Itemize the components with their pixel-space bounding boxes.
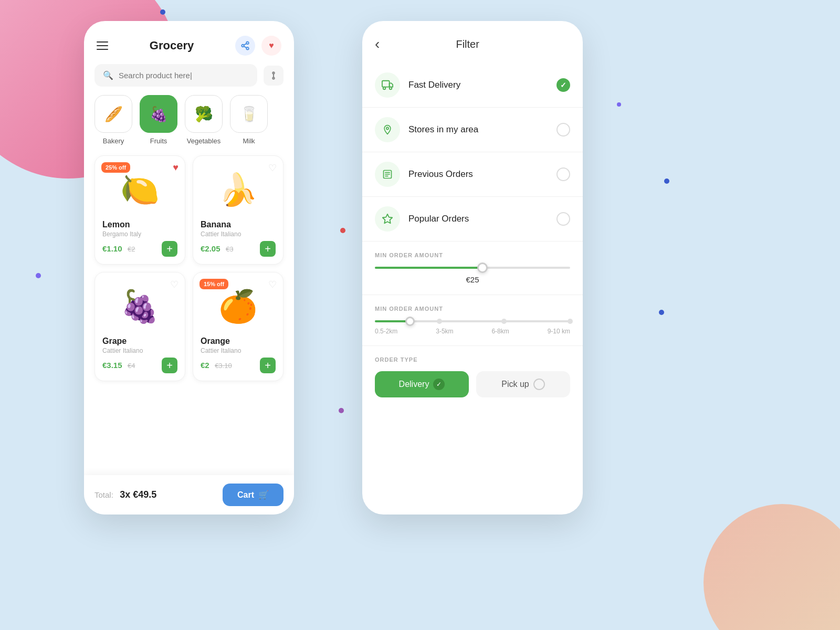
favorites-button[interactable]: ♥ [261, 36, 281, 56]
product-orange[interactable]: 15% off ♡ 🍊 Orange Cattier Italiano €2 €… [193, 272, 284, 381]
fast-delivery-icon [375, 72, 400, 98]
favorite-banana[interactable]: ♡ [268, 162, 277, 174]
orange-origin: Cattier Italiano [201, 347, 276, 354]
cart-button[interactable]: Cart 🛒 [223, 484, 284, 506]
pickup-label: Pick up [501, 380, 529, 389]
svg-point-12 [386, 127, 388, 129]
filter-screen: ‹ Filter Fast Delivery Stores in my area [362, 21, 583, 514]
pickup-button[interactable]: Pick up [476, 371, 570, 397]
distance-label-1: 0.5-2km [375, 328, 397, 335]
lemon-old-price: €2 [128, 245, 135, 253]
back-button[interactable]: ‹ [375, 36, 380, 52]
svg-point-10 [383, 87, 386, 90]
min-order-amount-section: MIN ORDER AMOUNT €25 [362, 242, 583, 295]
grape-price: €3.15 [102, 361, 122, 370]
svg-point-11 [390, 87, 392, 90]
category-fruits[interactable]: 🍇 Fruits [140, 95, 177, 145]
popular-orders-radio[interactable] [556, 212, 570, 226]
add-orange-button[interactable]: + [260, 358, 276, 373]
vegetables-icon: 🥦 [185, 95, 223, 133]
distance-dot-3 [501, 319, 507, 324]
pickup-radio-icon [533, 379, 545, 390]
search-row: 🔍 [84, 64, 294, 95]
search-icon: 🔍 [103, 70, 113, 80]
delivery-button[interactable]: Delivery ✓ [375, 371, 469, 397]
category-milk[interactable]: 🥛 Milk [230, 95, 268, 145]
add-banana-button[interactable]: + [260, 241, 276, 257]
svg-marker-9 [390, 83, 393, 87]
app-title: Grocery [108, 39, 235, 52]
favorite-orange[interactable]: ♡ [268, 279, 277, 290]
filter-fast-delivery[interactable]: Fast Delivery [362, 63, 583, 108]
order-amount-thumb[interactable] [477, 262, 488, 273]
order-type-row: Delivery ✓ Pick up [375, 371, 570, 397]
category-vegetables[interactable]: 🥦 Vegetables [185, 95, 223, 145]
fruits-label: Fruits [150, 137, 167, 145]
add-lemon-button[interactable]: + [162, 241, 177, 257]
distance-labels: 0.5-2km 3-5km 6-8km 9-10 km [375, 328, 570, 335]
dot-1 [160, 9, 165, 15]
discount-badge-orange: 15% off [200, 279, 228, 289]
discount-badge-lemon: 25% off [101, 162, 130, 173]
product-lemon[interactable]: 25% off ♥ 🍋 Lemon Bergamo Italy €1.10 €2… [94, 155, 185, 265]
search-bar[interactable]: 🔍 [94, 64, 257, 87]
product-grape[interactable]: ♡ 🍇 Grape Cattier Italiano €3.15 €4 + [94, 272, 185, 381]
milk-label: Milk [243, 137, 255, 145]
stores-area-radio[interactable] [556, 123, 570, 136]
distance-track [375, 320, 570, 322]
category-bakery[interactable]: 🥖 Bakery [94, 95, 132, 145]
filter-stores-area[interactable]: Stores in my area [362, 108, 583, 152]
grocery-screen: Grocery ♥ 🔍 [84, 21, 294, 514]
filter-toggle-button[interactable] [264, 66, 284, 86]
lemon-name: Lemon [102, 220, 177, 229]
orange-old-price: €3.10 [215, 362, 232, 370]
product-banana[interactable]: ♡ 🍌 Banana Cattier Italiano €2.05 €3 + [193, 155, 284, 265]
dot-8 [659, 310, 664, 315]
banana-name: Banana [201, 220, 276, 229]
svg-line-4 [244, 44, 246, 45]
grape-origin: Cattier Italiano [102, 347, 177, 354]
cart-icon: 🛒 [258, 490, 269, 500]
share-button[interactable] [235, 36, 255, 56]
distance-thumb[interactable] [405, 317, 415, 326]
fast-delivery-radio[interactable] [556, 78, 570, 92]
cart-bar: Total: 3x €49.5 Cart 🛒 [84, 475, 294, 514]
cart-total-value: 3x €49.5 [120, 489, 156, 500]
filter-popular-orders[interactable]: Popular Orders [362, 197, 583, 242]
orange-price-row: €2 €3.10 + [201, 358, 276, 373]
order-amount-value: €25 [375, 275, 570, 284]
order-type-label: ORDER TYPE [375, 356, 570, 363]
banana-origin: Cattier Italiano [201, 230, 276, 238]
banana-image: 🍌 [201, 163, 276, 216]
previous-orders-radio[interactable] [556, 167, 570, 181]
cart-summary: Total: 3x €49.5 [94, 489, 156, 500]
distance-dot-2 [437, 319, 442, 324]
lemon-price: €1.10 [102, 244, 122, 253]
popular-orders-icon [375, 206, 400, 232]
svg-line-3 [244, 46, 246, 48]
vegetables-label: Vegetables [187, 137, 220, 145]
svg-rect-8 [382, 81, 390, 87]
bakery-label: Bakery [103, 137, 124, 145]
add-grape-button[interactable]: + [162, 358, 177, 373]
stores-area-icon [375, 117, 400, 142]
previous-orders-label: Previous Orders [408, 169, 548, 180]
lemon-origin: Bergamo Italy [102, 230, 177, 238]
orange-name: Orange [201, 337, 276, 346]
category-list: 🥖 Bakery 🍇 Fruits 🥦 Vegetables 🥛 Milk [84, 95, 294, 155]
filter-previous-orders[interactable]: Previous Orders [362, 152, 583, 197]
distance-label-3: 6-8km [491, 328, 509, 335]
grape-name: Grape [102, 337, 177, 346]
cart-total-label: Total: [94, 490, 113, 499]
dot-6 [339, 408, 344, 413]
favorite-grape[interactable]: ♡ [170, 279, 178, 290]
search-input[interactable] [119, 71, 249, 80]
banana-price-row: €2.05 €3 + [201, 241, 276, 257]
favorite-lemon[interactable]: ♥ [173, 162, 178, 173]
bg-decoration-salmon [704, 504, 840, 630]
popular-orders-label: Popular Orders [408, 214, 548, 224]
bakery-icon: 🥖 [94, 95, 132, 133]
menu-button[interactable] [97, 41, 108, 50]
header: Grocery ♥ [84, 21, 294, 64]
milk-icon: 🥛 [230, 95, 268, 133]
